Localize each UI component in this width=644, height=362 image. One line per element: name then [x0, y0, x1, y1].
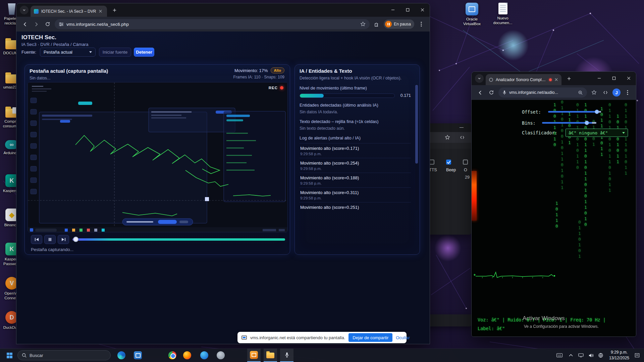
offset-slider[interactable]: [548, 111, 601, 113]
back-button[interactable]: [476, 88, 484, 97]
screen-share-icon: [241, 336, 247, 340]
close-button[interactable]: [415, 3, 430, 16]
language-indicator[interactable]: [596, 349, 605, 362]
skip-forward-button[interactable]: [58, 235, 69, 244]
new-tab-button[interactable]: [110, 5, 119, 15]
menu-icon[interactable]: [417, 20, 426, 28]
hide-share-bar-link[interactable]: Ocultar: [396, 335, 410, 340]
profile-avatar[interactable]: J: [612, 88, 621, 97]
address-bar[interactable]: vms.inforganic.net/audio...: [498, 87, 587, 98]
tab-audio-analyzer[interactable]: Analizador Sonoro Comple...: [486, 74, 561, 85]
alert-message: Movimiento alto (score=0.251): [300, 205, 410, 210]
bookmark-star-icon[interactable]: [445, 135, 450, 140]
maximize-button[interactable]: [400, 3, 415, 16]
tab-search-button[interactable]: [20, 6, 29, 14]
desktop-icons-top-right: Oracle VirtualBoxNuevo documen...: [459, 3, 516, 26]
capture-panel: Pestaña actual (captura pantalla) Sin da…: [24, 64, 290, 255]
stop-button[interactable]: Detener: [134, 48, 154, 57]
windows-logo-icon: [7, 353, 12, 358]
rec-indicator: REC: [269, 86, 283, 90]
desktop-icon-document[interactable]: Nuevo documen...: [490, 3, 516, 26]
minimize-button[interactable]: [385, 3, 400, 16]
share-message: vms.inforganic.net está compartiendo tu …: [250, 335, 345, 340]
address-bar[interactable]: vms.inforganic.net/ia_sec6.php: [55, 19, 370, 29]
skip-back-button[interactable]: [31, 235, 42, 244]
extensions-icon[interactable]: [372, 20, 381, 28]
code-icon[interactable]: [601, 88, 610, 97]
tab-close-icon[interactable]: [554, 78, 558, 81]
alert-log-item: Movimiento alto (score=0.254)9:29:58 p.m…: [300, 158, 411, 173]
matrix-digits-column: 110101: [568, 111, 573, 145]
touch-keyboard-icon[interactable]: [554, 349, 565, 362]
close-button[interactable]: [621, 72, 636, 84]
tab-close-icon[interactable]: [99, 9, 102, 13]
classifier-value: â€" ninguno â€": [569, 130, 608, 135]
back-button[interactable]: [20, 20, 29, 28]
bookmark-star-icon[interactable]: [360, 21, 366, 27]
volume-icon[interactable]: [586, 349, 596, 362]
plus-icon: [112, 8, 117, 12]
taskbar-app-settings[interactable]: [214, 349, 227, 362]
tray-expand-chevron[interactable]: [566, 349, 576, 362]
tab-search-button[interactable]: [475, 74, 484, 83]
profile-chip[interactable]: En pausa: [384, 19, 414, 29]
taskbar-app-edge[interactable]: [115, 349, 128, 362]
pause-button[interactable]: [44, 235, 56, 244]
pause-icon: [385, 21, 392, 27]
stop-sharing-button[interactable]: Dejar de compartir: [348, 333, 392, 342]
bins-slider-thumb[interactable]: [585, 121, 589, 125]
desktop-icon-virtualbox[interactable]: Oracle VirtualBox: [459, 3, 485, 26]
minimize-button[interactable]: [592, 72, 606, 84]
text-section-label: Texto detectado – rejilla fina (≈1k celd…: [300, 119, 411, 124]
taskbar-search[interactable]: Buscar: [17, 350, 111, 360]
skip-forward-icon: [61, 237, 66, 242]
taskbar-clock[interactable]: 9:29 p.m. 13/12/2025: [609, 350, 629, 361]
zoom-icon[interactable]: [578, 90, 583, 95]
source-select[interactable]: Pestaña actual: [40, 48, 96, 57]
beep-checkbox[interactable]: [446, 160, 451, 165]
taskbar: Buscar 9:29 p.m. 13/12/2025: [0, 349, 644, 362]
gear-icon: [217, 351, 225, 359]
forward-button[interactable]: [32, 20, 41, 28]
bins-slider[interactable]: [542, 122, 596, 124]
start-button[interactable]: [3, 349, 16, 362]
seek-knob[interactable]: [73, 237, 78, 242]
url-text: vms.inforganic.net/audio...: [509, 90, 575, 95]
alert-message: Movimiento alto (score=0.188): [300, 175, 410, 180]
reload-button[interactable]: [487, 88, 496, 97]
scrollbar[interactable]: [415, 84, 418, 210]
maximize-button[interactable]: [606, 72, 621, 84]
video-preview: REC: [28, 82, 288, 232]
scrollbar-thumb[interactable]: [415, 85, 418, 164]
taskbar-app-browser[interactable]: [198, 349, 211, 362]
start-source-button[interactable]: Iniciar fuente: [99, 48, 131, 57]
tab-iotech[interactable]: IOTECH Sec. - IA Sec3 – DVR: [31, 6, 107, 17]
taskbar-app-firefox[interactable]: [180, 349, 194, 362]
tune-icon[interactable]: [59, 22, 64, 26]
seek-slider[interactable]: [72, 238, 285, 241]
new-tab-button[interactable]: [564, 74, 574, 83]
minimize-icon[interactable]: —: [460, 125, 464, 130]
bookmark-star-icon[interactable]: [590, 88, 598, 97]
partial-checkbox[interactable]: [463, 160, 468, 165]
taskbar-running-recorder[interactable]: [280, 349, 293, 362]
notification-center-icon[interactable]: [632, 349, 642, 362]
code-icon[interactable]: [460, 135, 465, 140]
movement-section-label: Nivel de movimiento (último frame): [300, 85, 411, 90]
reload-button[interactable]: [43, 20, 52, 28]
movement-progress-fill: [300, 94, 324, 98]
search-icon: [22, 353, 26, 358]
video-preview-frame: [28, 82, 288, 232]
tab-title: Analizador Sonoro Comple...: [496, 77, 546, 82]
taskbar-running-explorer[interactable]: [264, 349, 277, 362]
menu-icon[interactable]: [623, 88, 632, 97]
url-text: vms.inforganic.net/ia_sec6.php: [66, 22, 358, 27]
network-icon[interactable]: [576, 349, 586, 362]
firefox-icon: [183, 351, 191, 359]
browser-window-main: IOTECH Sec. - IA Sec3 – DVR vms.inforgan…: [16, 3, 430, 344]
taskbar-running-vm[interactable]: [247, 349, 261, 362]
classifier-select[interactable]: â€" ninguno â€": [566, 129, 628, 137]
tts-checkbox[interactable]: [429, 160, 434, 165]
taskbar-app-virtualbox[interactable]: [131, 349, 145, 362]
taskbar-app-chrome[interactable]: [166, 349, 179, 362]
